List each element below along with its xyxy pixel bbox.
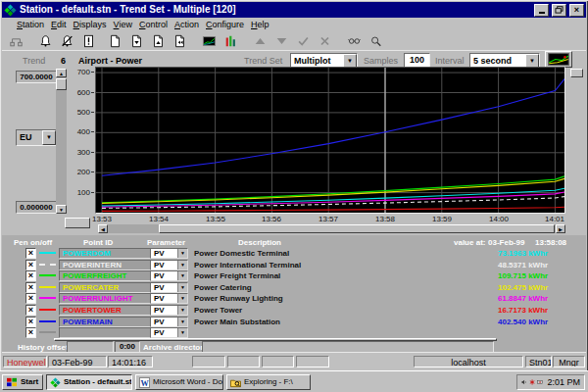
parameter-value: PV: [154, 306, 165, 315]
word-icon: W: [139, 377, 150, 388]
parameter-value: PV: [154, 249, 165, 258]
parameter-value: PV: [154, 283, 165, 292]
parameter-value: PV: [154, 294, 165, 303]
pen-sample: [39, 309, 56, 311]
parameter-select[interactable]: PV▼: [150, 282, 188, 293]
table-row: ×POWERTOWERPV▼Power Tower16.7173 kWhr: [2, 305, 586, 316]
parameter-value: PV: [154, 318, 165, 326]
task-explorer[interactable]: Exploring - F:\: [226, 374, 311, 390]
history-offset-label: History offset: [18, 343, 69, 352]
svg-text:W: W: [140, 378, 149, 387]
pen-sample: [39, 286, 56, 288]
taskbar: Start Station - default.stn -... W Micro…: [0, 370, 588, 392]
tray-alarm-icon[interactable]: [529, 377, 535, 387]
status-date: 03-Feb-99: [48, 356, 107, 368]
parameter-value: PV: [154, 328, 165, 337]
taskbar-clock: 2:01 PM: [547, 377, 580, 387]
description-text: Power Domestic Terminal: [194, 249, 289, 258]
point-value: 109.715 kWhr: [498, 271, 548, 280]
parameter-select[interactable]: PV▼: [150, 317, 188, 327]
parameter-select[interactable]: PV▼: [150, 327, 188, 338]
table-row: ×POWERINTERNPV▼Power International Termi…: [2, 260, 586, 270]
pen-checkbox[interactable]: ×: [25, 293, 36, 304]
description-text: Power Tower: [194, 306, 242, 315]
point-value: 16.7173 kWhr: [498, 306, 548, 315]
chevron-down-icon[interactable]: ▼: [177, 294, 187, 303]
point-value: 61.8847 kWhr: [498, 294, 548, 303]
table-row: ×POWERDOMPV▼Power Domestic Terminal73.19…: [2, 248, 586, 259]
description-text: Power International Terminal: [194, 261, 301, 270]
parameter-value: PV: [154, 261, 165, 270]
status-brand: Honeywell: [3, 356, 47, 368]
pen-checkbox[interactable]: ×: [25, 282, 36, 293]
point-id-field[interactable]: [59, 327, 152, 338]
status-cell-empty: [262, 356, 294, 368]
pen-checkbox[interactable]: ×: [25, 317, 36, 327]
point-id-field[interactable]: POWERCATER: [59, 282, 152, 293]
pen-sample: [39, 264, 56, 266]
table-row: ×POWERCATERPV▼Power Catering102.475 kWhr: [2, 282, 586, 293]
task-explorer-label: Exploring - F:\: [244, 375, 293, 389]
chevron-down-icon[interactable]: ▼: [177, 271, 187, 280]
pen-checkbox[interactable]: ×: [25, 270, 36, 281]
pen-checkbox[interactable]: ×: [25, 248, 36, 259]
point-value: 73.1963 kWhr: [498, 249, 548, 258]
windows-logo-icon: [6, 377, 18, 387]
point-value: 102.475 kWhr: [498, 283, 548, 292]
tray-device-icon[interactable]: [537, 377, 543, 387]
point-id-field[interactable]: POWERDOM: [59, 248, 152, 259]
point-id-field[interactable]: POWERRUNLIGHT: [59, 293, 152, 304]
pen-checkbox[interactable]: ×: [25, 327, 36, 338]
pen-sample: [39, 252, 56, 254]
point-value: 48.5371 kWhr: [498, 261, 548, 270]
point-id-field[interactable]: POWERTOWER: [59, 305, 152, 316]
start-button[interactable]: Start: [2, 374, 43, 390]
status-role: Mngr: [553, 356, 585, 368]
parameter-select[interactable]: PV▼: [150, 248, 188, 259]
archive-directory-label: Archive directory: [143, 343, 208, 352]
table-row: ×PV▼: [2, 327, 586, 338]
table-row: ×POWERRUNLIGHTPV▼Power Runway Lighting61…: [2, 293, 586, 304]
status-cell-empty: [227, 356, 260, 368]
parameter-select[interactable]: PV▼: [150, 293, 188, 304]
status-host: localhost: [414, 356, 523, 368]
parameter-value: PV: [154, 271, 165, 280]
point-id-field[interactable]: POWERINTERN: [59, 260, 152, 270]
status-cell-empty: [296, 356, 329, 368]
point-id-field[interactable]: POWERMAIN: [59, 317, 152, 327]
volume-icon[interactable]: [521, 377, 527, 387]
status-station: Stn01: [525, 356, 552, 368]
parameter-select[interactable]: PV▼: [150, 270, 188, 281]
description-text: Power Freight Terminal: [194, 271, 280, 280]
chevron-down-icon[interactable]: ▼: [177, 306, 187, 315]
chevron-down-icon[interactable]: ▼: [177, 249, 187, 258]
station-task-icon: [50, 377, 61, 388]
pen-checkbox[interactable]: ×: [25, 305, 36, 316]
chevron-down-icon[interactable]: ▼: [177, 318, 187, 326]
chevron-down-icon[interactable]: ▼: [177, 261, 187, 270]
task-station[interactable]: Station - default.stn -...: [46, 374, 132, 390]
start-label: Start: [21, 375, 38, 389]
table-row: ×POWERFREIGHTPV▼Power Freight Terminal10…: [2, 270, 586, 281]
task-station-label: Station - default.stn -...: [64, 375, 132, 389]
description-text: Power Runway Lighting: [194, 294, 283, 303]
task-word[interactable]: W Microsoft Word - Document1: [135, 374, 223, 390]
parameter-select[interactable]: PV▼: [150, 305, 188, 316]
station-window: Station - default.stn - Trend Set - Mult…: [0, 0, 588, 392]
chevron-down-icon[interactable]: ▼: [177, 328, 187, 337]
table-row: ×POWERMAINPV▼Power Main Substation402.54…: [2, 317, 586, 327]
parameter-select[interactable]: PV▼: [150, 260, 188, 270]
status-cell-empty: [192, 356, 225, 368]
point-value: 402.540 kWhr: [498, 318, 548, 326]
task-word-label: Microsoft Word - Document1: [153, 375, 223, 389]
description-text: Power Main Substation: [194, 318, 280, 326]
point-id-field[interactable]: POWERFREIGHT: [59, 270, 152, 281]
pen-sample: [39, 320, 56, 322]
chevron-down-icon[interactable]: ▼: [177, 283, 187, 292]
pen-checkbox[interactable]: ×: [25, 260, 36, 270]
status-time: 14:01:16: [108, 356, 153, 368]
pen-table-rows: ×POWERDOMPV▼Power Domestic Terminal73.19…: [2, 0, 586, 353]
pen-sample: [39, 331, 56, 333]
description-text: Power Catering: [194, 283, 252, 292]
pen-sample: [39, 297, 56, 299]
